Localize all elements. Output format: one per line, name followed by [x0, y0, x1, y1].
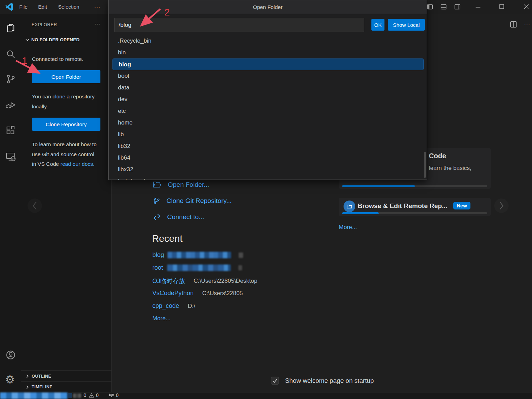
chevron-right-icon — [26, 385, 29, 389]
blurred-path-fragment — [238, 265, 242, 270]
explorer-sidebar: EXPLORER ··· NO FOLDER OPENED Connected … — [21, 14, 112, 392]
minimize-icon[interactable] — [475, 4, 481, 11]
run-debug-icon[interactable] — [5, 99, 16, 110]
show-welcome-label: Show welcome page on startup — [285, 377, 374, 385]
dialog-scrollbar[interactable] — [424, 152, 426, 178]
menu-selection[interactable]: Selection — [56, 0, 82, 14]
section-no-folder-opened[interactable]: NO FOLDER OPENED — [25, 37, 79, 42]
remote-repository-icon — [344, 201, 355, 212]
remote-indicator-blurred[interactable] — [0, 392, 68, 399]
split-editor-icon[interactable] — [510, 21, 517, 28]
card-title-fragment: Code — [429, 152, 446, 160]
error-count[interactable]: 0 — [84, 392, 86, 398]
connected-remote-text: Connected to remote. — [32, 54, 83, 64]
vscode-window: File Edit Selection ··· — [0, 0, 532, 399]
walkthrough-progress — [342, 185, 487, 187]
menu-more[interactable]: ··· — [92, 0, 102, 14]
folder-item[interactable]: etc — [109, 105, 427, 117]
read-our-docs-link[interactable]: read our docs — [61, 161, 93, 167]
show-welcome-checkbox[interactable] — [271, 377, 279, 385]
warning-count[interactable]: 0 — [96, 392, 99, 398]
walkthrough-card-remote-repo[interactable]: Browse & Edit Remote Rep... New — [339, 198, 491, 216]
outline-section-header[interactable]: OUTLINE — [21, 370, 112, 381]
blurred-status-item — [73, 393, 81, 398]
folder-path-input[interactable] — [114, 18, 364, 32]
folder-opened-icon — [152, 181, 162, 189]
recent-item-vscodepython[interactable]: VsCodePython C:\Users\22805 — [152, 290, 243, 297]
close-icon[interactable] — [523, 4, 530, 10]
clone-repository-button[interactable]: Clone Repository — [32, 118, 100, 131]
folder-item[interactable]: data — [109, 82, 427, 94]
folder-item[interactable]: lost+found — [109, 175, 427, 180]
recent-item-cpp-code[interactable]: cpp_code D:\ — [152, 302, 195, 310]
recent-item-root[interactable]: root — [152, 264, 242, 271]
folder-item[interactable]: .Recycle_bin — [109, 35, 427, 47]
remote-indicator-edge — [68, 393, 72, 398]
extensions-icon[interactable] — [5, 125, 16, 136]
walkthrough-progress — [342, 212, 487, 214]
git-branch-icon — [152, 196, 161, 205]
remote-explorer-icon[interactable] — [5, 151, 16, 162]
new-badge: New — [453, 202, 470, 209]
menu-file[interactable]: File — [17, 0, 30, 14]
git-docs-text: To learn more about how to use Git and s… — [32, 140, 99, 169]
source-control-icon[interactable] — [5, 74, 16, 85]
editor-more-actions[interactable]: ··· — [524, 21, 530, 27]
folder-item[interactable]: bin — [109, 47, 427, 58]
start-connect-to-link[interactable]: Connect to... — [152, 213, 204, 222]
account-icon[interactable] — [5, 349, 16, 360]
warning-icon — [89, 393, 94, 398]
blurred-path-fragment — [239, 252, 243, 258]
folder-item[interactable]: boot — [109, 70, 427, 82]
folder-item-selected[interactable]: blog — [112, 58, 424, 70]
recent-item-blog[interactable]: blog — [152, 251, 243, 259]
radio-tower-icon — [109, 393, 114, 398]
explorer-icon[interactable] — [5, 23, 16, 34]
start-open-folder-link[interactable]: Open Folder... — [152, 181, 209, 189]
sidebar-title: EXPLORER — [32, 22, 57, 27]
recent-title: Recent — [152, 233, 183, 244]
folder-item[interactable]: lib — [109, 129, 427, 140]
start-clone-repo-link[interactable]: Clone Git Repository... — [152, 196, 232, 205]
maximize-icon[interactable] — [499, 4, 505, 10]
folder-item[interactable]: home — [109, 117, 427, 129]
status-bar: 0 0 0 — [0, 392, 532, 399]
timeline-section-header[interactable]: TIMELINE — [21, 381, 112, 392]
ok-button[interactable]: OK — [371, 19, 384, 31]
folder-item[interactable]: dev — [109, 94, 427, 105]
settings-gear-icon[interactable]: ⚙ — [5, 374, 16, 385]
chevron-down-icon — [25, 39, 29, 41]
folder-item[interactable]: lib64 — [109, 152, 427, 164]
vscode-logo-icon — [5, 2, 14, 11]
search-icon[interactable] — [5, 48, 16, 60]
open-folder-button[interactable]: Open Folder — [32, 70, 100, 83]
walkthrough-next-button[interactable] — [494, 198, 509, 213]
toggle-panel-icon[interactable] — [441, 4, 447, 10]
toggle-secondary-sidebar-icon[interactable] — [454, 4, 460, 10]
card-title: Browse & Edit Remote Rep... — [358, 202, 447, 210]
blurred-path — [167, 252, 231, 258]
clone-hint-text: You can clone a repository locally. — [32, 91, 102, 111]
blurred-path — [167, 265, 231, 271]
walkthrough-prev-button[interactable] — [28, 198, 42, 213]
folder-item[interactable]: lib32 — [109, 140, 427, 152]
menu-edit[interactable]: Edit — [36, 0, 49, 14]
recent-more-link[interactable]: More... — [152, 315, 171, 322]
activity-bar: ⚙ — [0, 14, 21, 392]
chevron-right-icon — [26, 374, 29, 378]
dialog-title: Open Folder — [109, 0, 427, 14]
walkthroughs-more-link[interactable]: More... — [339, 224, 357, 231]
show-local-button[interactable]: Show Local — [388, 19, 425, 31]
open-folder-dialog: Open Folder OK Show Local .Recycle_bin b… — [108, 0, 427, 180]
folder-item[interactable]: libx32 — [109, 164, 427, 175]
startup-checkbox-row: Show welcome page on startup — [271, 377, 374, 385]
remote-icon — [152, 213, 161, 222]
toggle-primary-sidebar-icon[interactable] — [427, 4, 433, 10]
sidebar-more-actions[interactable]: ··· — [95, 21, 101, 26]
ports-count[interactable]: 0 — [116, 392, 119, 398]
recent-item-oj[interactable]: OJ临时存放 C:\Users\22805\Desktop — [152, 277, 257, 285]
card-desc-fragment: learn the basics, — [429, 165, 471, 172]
